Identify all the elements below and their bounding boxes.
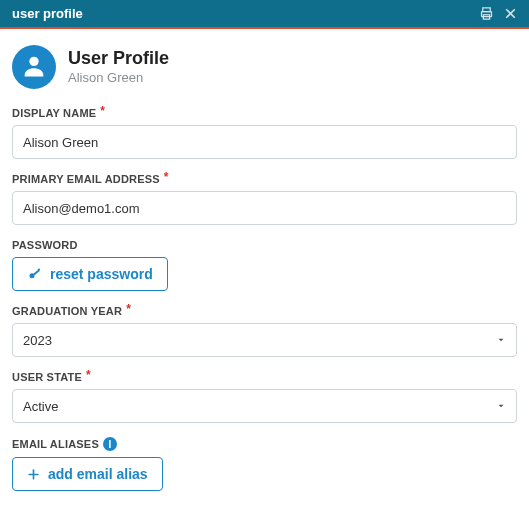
field-email-aliases: EMAIL ALIASES i add email alias [12,437,517,491]
field-primary-email: PRIMARY EMAIL ADDRESS * Alison@demo1.com [12,173,517,225]
field-label: GRADUATION YEAR * [12,305,517,317]
modal-actions [479,6,517,21]
required-marker: * [100,105,105,117]
required-marker: * [86,369,91,381]
field-label: EMAIL ALIASES i [12,437,517,451]
required-marker: * [126,303,131,315]
info-icon[interactable]: i [103,437,117,451]
input-value: Alison Green [23,135,98,150]
svg-point-5 [29,56,38,65]
graduation-year-select[interactable]: 2023 [12,323,517,357]
key-icon [27,267,42,282]
display-name-input[interactable]: Alison Green [12,125,517,159]
label-text: EMAIL ALIASES [12,438,99,450]
button-label: reset password [50,266,153,282]
print-icon[interactable] [479,6,494,21]
modal-header: user profile [0,0,529,29]
field-label: USER STATE * [12,371,517,383]
field-display-name: DISPLAY NAME * Alison Green [12,107,517,159]
profile-text: User Profile Alison Green [68,49,169,85]
label-text: USER STATE [12,371,82,383]
label-text: GRADUATION YEAR [12,305,122,317]
modal-body: User Profile Alison Green DISPLAY NAME *… [0,29,529,522]
label-text: PASSWORD [12,239,78,251]
close-icon[interactable] [504,7,517,20]
primary-email-input[interactable]: Alison@demo1.com [12,191,517,225]
field-user-state: USER STATE * Active [12,371,517,423]
button-label: add email alias [48,466,148,482]
plus-icon [27,468,40,481]
modal-title: user profile [12,6,83,21]
select-value: Active [23,399,58,414]
profile-heading: User Profile [68,49,169,69]
profile-subheading: Alison Green [68,71,169,85]
user-state-select[interactable]: Active [12,389,517,423]
select-value: 2023 [23,333,52,348]
avatar [12,45,56,89]
field-password: PASSWORD reset password [12,239,517,291]
label-text: PRIMARY EMAIL ADDRESS [12,173,160,185]
label-text: DISPLAY NAME [12,107,96,119]
field-label: PRIMARY EMAIL ADDRESS * [12,173,517,185]
profile-summary: User Profile Alison Green [12,45,517,89]
field-graduation-year: GRADUATION YEAR * 2023 [12,305,517,357]
field-label: DISPLAY NAME * [12,107,517,119]
reset-password-button[interactable]: reset password [12,257,168,291]
required-marker: * [164,171,169,183]
add-email-alias-button[interactable]: add email alias [12,457,163,491]
field-label: PASSWORD [12,239,517,251]
caret-down-icon [496,333,506,348]
user-icon [20,52,48,83]
input-value: Alison@demo1.com [23,201,140,216]
caret-down-icon [496,399,506,414]
